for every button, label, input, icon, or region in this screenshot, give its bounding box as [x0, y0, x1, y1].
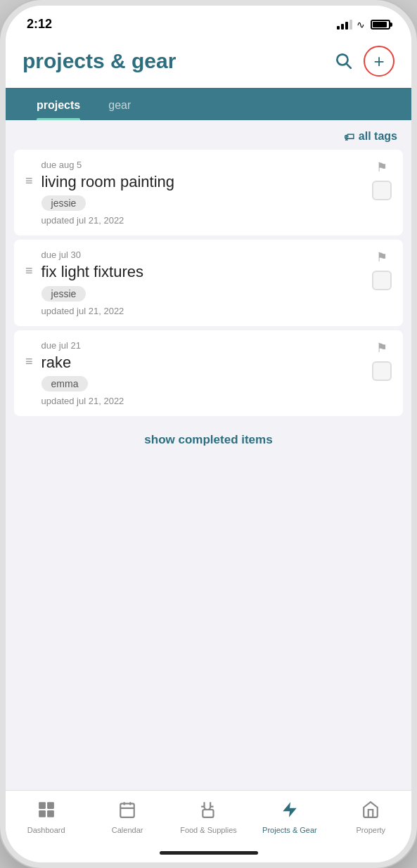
app-title: projects & gear — [23, 49, 176, 73]
flag-icon[interactable]: ⚑ — [376, 160, 387, 175]
svg-rect-2 — [39, 802, 46, 809]
nav-item-dashboard[interactable]: Dashboard — [6, 798, 86, 837]
svg-rect-4 — [39, 810, 46, 817]
tab-gear[interactable]: gear — [94, 88, 145, 120]
nav-item-calendar[interactable]: Calendar — [86, 798, 167, 837]
item-updated: updated jul 21, 2022 — [41, 215, 364, 226]
home-bar — [160, 851, 258, 855]
phone-frame: 2:12 ∿ projects & gear — [0, 0, 417, 868]
tab-bar: projects gear — [6, 88, 411, 120]
status-bar: 2:12 ∿ — [6, 6, 411, 37]
tab-projects[interactable]: projects — [23, 88, 94, 120]
item-due: due jul 21 — [41, 340, 364, 351]
nav-label-property: Property — [357, 826, 386, 834]
all-tags-label: all tags — [359, 130, 397, 143]
svg-rect-5 — [47, 810, 54, 817]
list-item[interactable]: ≡ due jul 21 rake emma updated jul 21, 2… — [14, 330, 403, 416]
item-due: due jul 30 — [41, 250, 364, 260]
item-actions: ⚑ — [372, 340, 392, 381]
item-title: fix light fixtures — [41, 263, 364, 281]
item-due: due aug 5 — [41, 160, 364, 170]
show-completed-button[interactable]: show completed items — [144, 433, 272, 447]
nav-item-property[interactable]: Property — [331, 798, 411, 837]
nav-label-calendar: Calendar — [112, 826, 143, 834]
item-tag[interactable]: jessie — [41, 286, 86, 302]
item-updated: updated jul 21, 2022 — [41, 306, 364, 316]
app-header: projects & gear + — [6, 37, 411, 88]
drag-handle-icon: ≡ — [25, 264, 33, 278]
search-button[interactable] — [331, 48, 355, 75]
flag-icon[interactable]: ⚑ — [376, 250, 387, 265]
nav-label-dashboard: Dashboard — [27, 826, 65, 834]
calendar-icon — [118, 801, 136, 823]
show-completed-section: show completed items — [6, 419, 411, 461]
bottom-nav: Dashboard Calendar Food & Supplies Proje… — [6, 790, 411, 843]
item-content: due jul 21 rake emma updated jul 21, 202… — [41, 340, 364, 406]
property-icon — [361, 801, 380, 823]
status-time: 2:12 — [27, 17, 52, 32]
nav-item-projects-gear[interactable]: Projects & Gear — [249, 798, 330, 837]
items-list: ≡ due aug 5 living room painting jessie … — [6, 150, 411, 419]
nav-label-food-supplies: Food & Supplies — [180, 826, 237, 834]
item-updated: updated jul 21, 2022 — [41, 396, 364, 406]
status-icons: ∿ — [337, 19, 390, 30]
header-actions: + — [331, 46, 394, 77]
item-tag[interactable]: jessie — [41, 195, 86, 211]
svg-rect-3 — [47, 802, 54, 809]
item-checkbox[interactable] — [372, 181, 392, 200]
add-button[interactable]: + — [364, 46, 394, 77]
item-title: living room painting — [41, 173, 364, 191]
nav-item-food-supplies[interactable]: Food & Supplies — [168, 798, 249, 837]
wifi-icon: ∿ — [357, 19, 365, 30]
nav-label-projects-gear: Projects & Gear — [262, 826, 317, 834]
item-checkbox[interactable] — [372, 361, 392, 381]
home-indicator — [6, 843, 411, 862]
projects-gear-icon — [281, 801, 299, 823]
food-supplies-icon — [200, 801, 218, 823]
signal-icon — [337, 20, 352, 30]
item-title: rake — [41, 354, 364, 372]
list-item[interactable]: ≡ due jul 30 fix light fixtures jessie u… — [14, 240, 403, 325]
item-content: due aug 5 living room painting jessie up… — [41, 160, 364, 226]
plus-icon: + — [373, 52, 384, 70]
svg-rect-10 — [203, 810, 213, 817]
all-tags-button[interactable]: 🏷 all tags — [344, 130, 397, 143]
main-content: 🏷 all tags ≡ due aug 5 living room paint… — [6, 120, 411, 790]
item-actions: ⚑ — [372, 160, 392, 200]
drag-handle-icon: ≡ — [25, 354, 33, 369]
search-icon — [334, 51, 352, 70]
item-actions: ⚑ — [372, 250, 392, 290]
drag-handle-icon: ≡ — [25, 174, 33, 188]
svg-rect-6 — [120, 803, 134, 817]
flag-icon[interactable]: ⚑ — [376, 340, 387, 356]
tags-row: 🏷 all tags — [6, 120, 411, 150]
svg-line-1 — [347, 63, 351, 67]
item-tag[interactable]: emma — [41, 376, 89, 391]
item-checkbox[interactable] — [372, 271, 392, 290]
battery-icon — [371, 20, 390, 30]
dashboard-icon — [37, 801, 56, 823]
item-content: due jul 30 fix light fixtures jessie upd… — [41, 250, 364, 316]
tag-icon: 🏷 — [344, 131, 354, 143]
list-item[interactable]: ≡ due aug 5 living room painting jessie … — [14, 150, 403, 235]
